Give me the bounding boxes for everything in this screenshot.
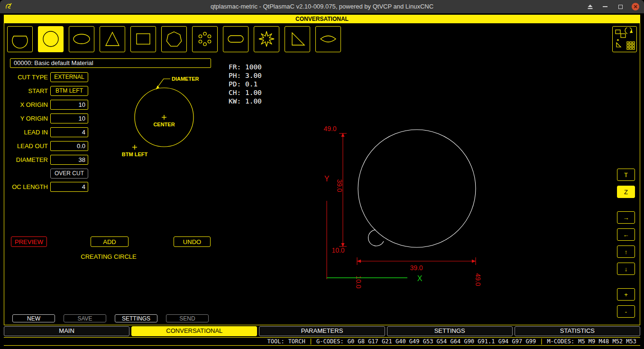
- mcodes-value: M5 M9 M48 M52 M53: [578, 338, 636, 345]
- zoom-in-button[interactable]: +: [617, 288, 635, 301]
- dim-circle-height: 39.0: [336, 179, 343, 192]
- ellipse-tool-button[interactable]: [69, 26, 94, 52]
- add-button[interactable]: ADD: [91, 236, 129, 247]
- mcodes-label: M-CODES:: [547, 338, 574, 345]
- gcodes-label: G-CODES:: [316, 338, 344, 345]
- x-origin-label: X ORIGIN: [4, 101, 48, 108]
- transform-settings-icon: [614, 28, 635, 50]
- undo-button[interactable]: UNDO: [174, 236, 211, 247]
- segment-tool-button[interactable]: [7, 26, 33, 52]
- dimension-lines: [327, 133, 476, 279]
- lead-in-label: LEAD IN: [4, 129, 48, 136]
- main-frame: CONVERSATIONAL: [4, 15, 640, 325]
- diameter-row: DIAMETER: [4, 154, 94, 165]
- eject-icon[interactable]: [586, 3, 594, 10]
- rectangle-tool-button[interactable]: [130, 26, 156, 52]
- creating-status-text: CREATING CIRCLE: [42, 253, 175, 260]
- lead-out-row: LEAD OUT: [4, 140, 94, 151]
- gcode-preview: FR: 1000 PH: 3.00 PD: 0.1 CH: 1.00 KW: 1…: [220, 58, 614, 320]
- lens-tool-button[interactable]: [315, 26, 341, 52]
- polygon-icon: [164, 28, 184, 49]
- preview-button[interactable]: PREVIEW: [11, 236, 47, 247]
- tab-conversational[interactable]: CONVERSATIONAL: [131, 326, 257, 336]
- pan-right-button[interactable]: →: [617, 211, 635, 224]
- gcodes-value: G0 G8 G17 G21 G40 G49 G53 G54 G64 G90 G9…: [348, 338, 536, 345]
- start-row: START BTM LEFT: [4, 85, 94, 96]
- x-origin-row: X ORIGIN: [4, 99, 94, 110]
- star-tool-button[interactable]: [254, 26, 279, 52]
- zoom-fit-z-button[interactable]: Z: [617, 186, 635, 198]
- triangle-tool-button[interactable]: [100, 26, 125, 52]
- transform-settings-button[interactable]: [612, 26, 637, 52]
- lead-out-label: LEAD OUT: [4, 142, 48, 150]
- statusbar-separator: |: [309, 338, 313, 345]
- lead-in-input[interactable]: [50, 127, 88, 137]
- zoom-out-button[interactable]: -: [617, 305, 635, 318]
- y-origin-input[interactable]: [50, 113, 88, 123]
- param-pierce-delay: PD: 0.1: [229, 80, 258, 88]
- window-title: qtplasmac-metric - QtPlasmaC v2.10-009.0…: [0, 0, 644, 13]
- cut-type-row: CUT TYPE EXTERNAL: [4, 71, 94, 83]
- send-button[interactable]: SEND: [166, 314, 209, 322]
- lead-out-input[interactable]: [50, 141, 88, 151]
- tool-label: TOOL:: [267, 338, 285, 345]
- pan-up-button[interactable]: ↑: [617, 245, 635, 258]
- polygon-tool-button[interactable]: [161, 26, 187, 52]
- param-cut-height: CH: 1.00: [229, 89, 262, 96]
- main-tab-bar: MAIN CONVERSATIONAL PARAMETERS SETTINGS …: [4, 326, 640, 336]
- pan-down-button[interactable]: ↓: [617, 263, 635, 275]
- diameter-label: DIAMETER: [4, 156, 48, 163]
- diagram-center-label: CENTER: [153, 122, 175, 127]
- rectangle-icon: [133, 28, 154, 49]
- x-axis-label: X: [417, 274, 423, 283]
- material-t-button[interactable]: T: [617, 169, 635, 181]
- restore-button[interactable]: [616, 3, 624, 10]
- start-button[interactable]: BTM LEFT: [50, 86, 88, 96]
- pan-left-button[interactable]: ←: [617, 228, 635, 241]
- segment-icon: [9, 28, 30, 49]
- diameter-input[interactable]: [50, 155, 88, 165]
- slot-tool-button[interactable]: [223, 26, 248, 52]
- lens-icon: [318, 28, 339, 49]
- diagram-diameter-label: DIAMETER: [172, 76, 199, 82]
- y-origin-row: Y ORIGIN: [4, 113, 94, 124]
- settings-button[interactable]: SETTINGS: [115, 314, 157, 322]
- tab-statistics[interactable]: STATISTICS: [515, 326, 640, 336]
- param-feed-rate: FR: 1000: [229, 63, 262, 71]
- x-origin-input[interactable]: [50, 100, 88, 110]
- triangle-icon: [102, 28, 123, 49]
- oc-length-label: OC LENGTH: [4, 183, 48, 190]
- y-axis-label: Y: [324, 175, 330, 183]
- cut-type-label: CUT TYPE: [4, 74, 48, 81]
- gusset-icon: [287, 28, 308, 49]
- statusbar: TOOL: TORCH | G-CODES: G0 G8 G17 G21 G40…: [4, 337, 640, 346]
- bolt-circle-tool-button[interactable]: [192, 26, 218, 52]
- save-button[interactable]: SAVE: [64, 314, 106, 322]
- dim-y-origin: 10.0: [331, 246, 344, 254]
- close-button[interactable]: ✕: [632, 3, 639, 10]
- param-kerf-width: KW: 1.00: [229, 97, 262, 105]
- start-label: START: [4, 87, 48, 94]
- minimize-button[interactable]: [601, 3, 609, 10]
- dim-total-width: 49.0: [474, 273, 482, 286]
- lead-in-row: LEAD IN: [4, 126, 94, 138]
- param-pierce-height: PH: 3.00: [229, 72, 262, 79]
- tab-settings[interactable]: SETTINGS: [387, 326, 513, 336]
- oc-length-row: OC LENGTH: [4, 181, 94, 192]
- dim-circle-width: 39.0: [410, 264, 423, 272]
- gusset-tool-button[interactable]: [285, 26, 310, 52]
- titlebar: qtplasmac-metric - QtPlasmaC v2.10-009.0…: [0, 0, 644, 13]
- over-cut-button[interactable]: OVER CUT: [50, 169, 88, 179]
- tool-value: TORCH: [288, 338, 305, 345]
- cut-path-circle: [358, 130, 476, 247]
- new-button[interactable]: NEW: [12, 314, 55, 322]
- qtplasmac-logo-icon: [5, 2, 13, 12]
- cut-type-button[interactable]: EXTERNAL: [50, 72, 88, 82]
- circle-tool-button[interactable]: [38, 26, 64, 52]
- tab-parameters[interactable]: PARAMETERS: [259, 326, 385, 336]
- star-icon: [256, 28, 277, 49]
- dimension-arrows: [341, 133, 476, 263]
- tab-main[interactable]: MAIN: [4, 326, 129, 336]
- oc-length-input[interactable]: [50, 182, 88, 192]
- circle-icon: [40, 28, 61, 49]
